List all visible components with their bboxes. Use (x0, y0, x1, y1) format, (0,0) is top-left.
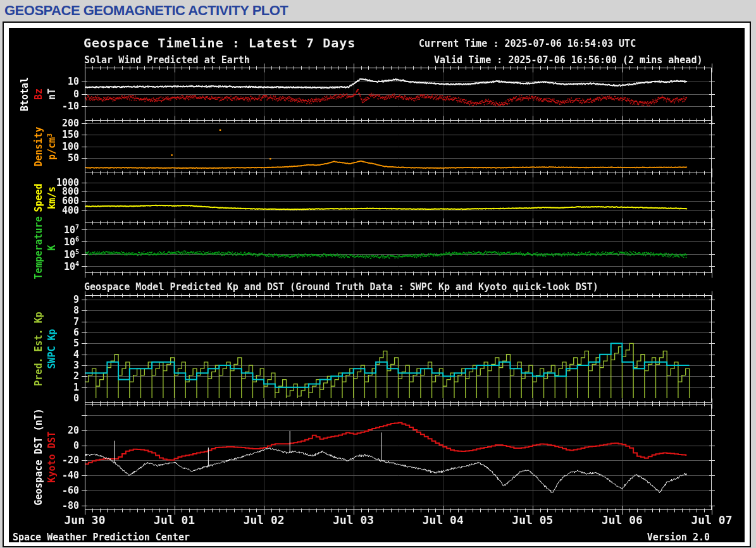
y-tick-label: 3 (73, 360, 79, 371)
y-tick-label: 4 (73, 349, 79, 360)
date-label: Jul 03 (333, 513, 374, 527)
y-tick-label: 7 (73, 316, 79, 327)
y-tick-label: 1 (73, 382, 79, 393)
axis-series-label: Density (33, 126, 44, 166)
axis-series-label: p/cm3 (46, 133, 58, 159)
axis-series-label: Speed (33, 183, 44, 212)
y-tick-label: 5 (73, 338, 79, 349)
y-tick-label: 0 (73, 393, 79, 404)
current-time-label: Current Time : 2025-07-06 16:54:03 UTC (419, 38, 636, 49)
y-tick-label: 100 (62, 141, 79, 152)
axis-series-label: K (46, 245, 58, 250)
axis-series-label: Kyoto DST (46, 431, 58, 482)
y-tick-label: -60 (62, 485, 79, 496)
section2-title: Geospace Model Predicted Kp and DST (Gro… (84, 281, 598, 293)
y-tick-label: 6 (73, 327, 79, 338)
y-tick-label: 107 (64, 223, 79, 235)
plot-main-title: Geospace Timeline : Latest 7 Days (84, 35, 356, 51)
axis-series-label: nT (46, 88, 58, 99)
plot-area: Geospace Timeline : Latest 7 Days Curren… (9, 28, 745, 542)
y-tick-label: -80 (62, 500, 79, 511)
footer-version: Version 2.0 (647, 532, 710, 543)
y-tick-label: 104 (64, 260, 79, 272)
y-tick-label: -10 (62, 100, 79, 112)
y-tick-label: 10 (68, 76, 79, 87)
axis-series-label: Geospace DST (nT) (33, 408, 44, 506)
axis-series-label: km/s (46, 186, 58, 209)
y-tick-label: 8 (73, 305, 79, 316)
valid-time-label: Valid Time : 2025-07-06 16:56:00 (2 mins… (434, 54, 702, 66)
y-tick-label: 0 (73, 88, 79, 100)
page-title: GEOSPACE GEOMAGNETIC ACTIVITY PLOT (4, 3, 288, 19)
axis-series-label: Pred. Est. Kp (33, 312, 44, 386)
y-tick-label: 400 (62, 205, 79, 216)
y-tick-label: 50 (68, 152, 79, 164)
date-label: Jul 04 (423, 513, 464, 527)
y-tick-label: 105 (64, 248, 79, 260)
footer-credit: Space Weather Prediction Center (13, 532, 190, 543)
date-label: Jul 02 (244, 513, 285, 527)
axis-series-label: SWPC Kp (46, 329, 58, 368)
y-tick-label: 150 (62, 129, 79, 140)
y-tick-label: 20 (68, 425, 79, 436)
solar-wind-subtitle: Solar Wind Predicted at Earth (84, 54, 250, 66)
date-label: Jul 07 (691, 513, 732, 527)
y-tick-label: 9 (73, 294, 79, 305)
y-tick-label: 0 (73, 440, 79, 451)
date-label: Jul 06 (602, 513, 643, 527)
page-header: GEOSPACE GEOMAGNETIC ACTIVITY PLOT (0, 0, 756, 21)
page: GEOSPACE GEOMAGNETIC ACTIVITY PLOT Geosp… (0, 0, 756, 548)
y-tick-label: 2 (73, 370, 79, 382)
y-tick-label: -40 (62, 470, 79, 481)
date-label: Jul 05 (512, 513, 553, 527)
date-label: Jul 01 (154, 513, 195, 527)
axis-series-label: Temperature (33, 216, 44, 279)
plot-frame-box: Geospace Timeline : Latest 7 Days Curren… (3, 21, 751, 547)
y-tick-label: 106 (64, 236, 79, 248)
axis-series-label: Btotal (19, 76, 30, 111)
y-tick-label: 200 (62, 118, 79, 129)
y-tick-label: -20 (62, 454, 79, 466)
axis-series-label: Bz (33, 88, 44, 99)
date-label: Jun 30 (64, 513, 105, 527)
